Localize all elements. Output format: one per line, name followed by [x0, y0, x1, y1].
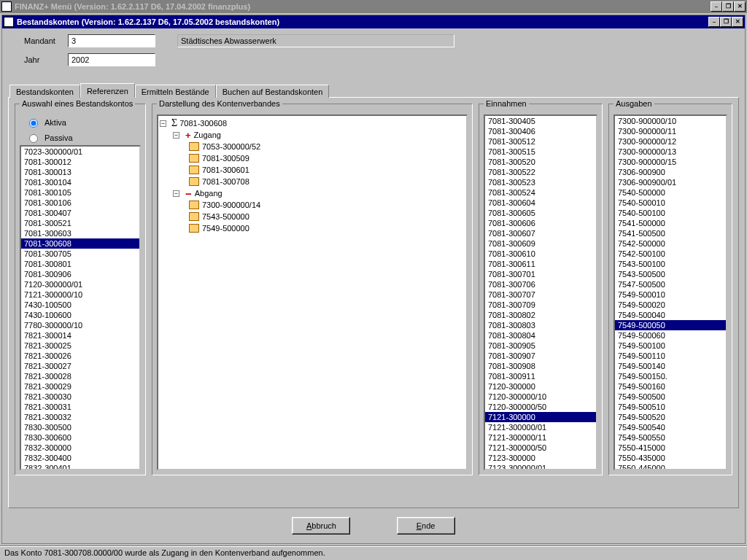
abbruch-button[interactable]: Abbruch [292, 517, 350, 534]
tree-node[interactable]: 7549-500000 [160, 222, 465, 234]
list-item[interactable]: 7542-500000 [615, 238, 726, 249]
list-item[interactable]: 7081-300405 [485, 116, 596, 126]
list-item[interactable]: 7081-300609 [485, 238, 596, 249]
list-item[interactable]: 7549-500010 [615, 289, 726, 300]
maximize-button[interactable]: ❐ [722, 1, 734, 12]
list-item[interactable]: 7081-300606 [485, 218, 596, 228]
list-item[interactable]: 7549-500540 [615, 422, 726, 432]
list-item[interactable]: 7549-500110 [615, 351, 726, 361]
list-item[interactable]: 7549-500060 [615, 330, 726, 341]
list-item[interactable]: 7821-300014 [21, 330, 139, 341]
list-item[interactable]: 7300-900000/11 [615, 126, 726, 136]
list-item[interactable]: 7549-500100 [615, 341, 726, 351]
list-item[interactable]: 7081-300707 [485, 289, 596, 300]
list-item[interactable]: 7821-300028 [21, 371, 139, 381]
tree-node[interactable]: 7081-300509 [160, 152, 465, 164]
list-item[interactable]: 7120-300000/10 [485, 392, 596, 402]
tree-view[interactable]: −Σ 7081-300608−+ Zugang 7053-300000/52 7… [157, 114, 468, 470]
list-item[interactable]: 7023-300000/01 [21, 147, 139, 157]
list-item[interactable]: 7549-500550 [615, 432, 726, 443]
list-item[interactable]: 7549-500520 [615, 412, 726, 422]
list-item[interactable]: 7081-300515 [485, 147, 596, 157]
list-item[interactable]: 7081-300106 [21, 198, 139, 208]
list-item[interactable]: 7081-300520 [485, 157, 596, 167]
list-item[interactable]: 7081-300521 [21, 218, 139, 228]
list-item[interactable]: 7081-300407 [21, 208, 139, 218]
list-item[interactable]: 7549-500510 [615, 402, 726, 412]
list-item[interactable]: 7832-300401 [21, 463, 139, 470]
tab-1[interactable]: Referenzen [80, 83, 135, 98]
list-item[interactable]: 7549-500040 [615, 310, 726, 320]
tab-3[interactable]: Buchen auf Bestandskonten [216, 85, 330, 98]
list-item[interactable]: 7300-900000/15 [615, 157, 726, 167]
list-item[interactable]: 7540-500100 [615, 208, 726, 218]
child-close-button[interactable]: ✕ [732, 17, 743, 27]
list-item[interactable]: 7549-500150. [615, 371, 726, 381]
list-item[interactable]: 7300-900000/13 [615, 147, 726, 157]
list-item[interactable]: 7081-300524 [485, 187, 596, 198]
einnahmen-listbox[interactable]: 7081-3004057081-3004067081-3005127081-30… [484, 114, 597, 470]
list-item[interactable]: 7121-300000/50 [485, 443, 596, 453]
list-item[interactable]: 7123-300000 [485, 453, 596, 463]
tree-node[interactable]: −− Abgang [160, 187, 465, 199]
list-item[interactable]: 7081-300013 [21, 167, 139, 177]
list-item[interactable]: 7121-300000/10 [21, 289, 139, 300]
list-item[interactable]: 7081-300706 [485, 279, 596, 289]
list-item[interactable]: 7081-300105 [21, 187, 139, 198]
list-item[interactable]: 7821-300032 [21, 412, 139, 422]
list-item[interactable]: 7120-300000/50 [485, 402, 596, 412]
list-item[interactable]: 7081-300611 [485, 259, 596, 269]
list-item[interactable]: 7081-300908 [485, 361, 596, 371]
list-item[interactable]: 7832-300000 [21, 443, 139, 453]
list-item[interactable]: 7123-300000/01 [485, 463, 596, 470]
list-item[interactable]: 7121-300000/11 [485, 432, 596, 443]
list-item[interactable]: 7081-300801 [21, 259, 139, 269]
list-item[interactable]: 7543-500500 [615, 269, 726, 279]
jahr-input[interactable] [68, 53, 155, 66]
list-item[interactable]: 7120-300000/01 [21, 279, 139, 289]
list-item[interactable]: 7430-100500 [21, 300, 139, 310]
tree-node[interactable]: 7053-300000/52 [160, 141, 465, 152]
list-item[interactable]: 7830-300600 [21, 432, 139, 443]
list-item[interactable]: 7832-300400 [21, 453, 139, 463]
list-item[interactable]: 7549-500020 [615, 300, 726, 310]
list-item[interactable]: 7549-500140 [615, 361, 726, 371]
auswahl-listbox[interactable]: 7023-300000/017081-3000127081-3000137081… [20, 145, 141, 470]
list-item[interactable]: 7543-500100 [615, 259, 726, 269]
list-item[interactable]: 7081-300012 [21, 157, 139, 167]
list-item[interactable]: 7081-300802 [485, 310, 596, 320]
list-item[interactable]: 7081-300911 [485, 371, 596, 381]
list-item[interactable]: 7547-500500 [615, 279, 726, 289]
child-maximize-button[interactable]: ❐ [720, 17, 732, 27]
collapse-icon[interactable]: − [173, 132, 179, 139]
mandant-input[interactable] [68, 34, 155, 47]
list-item[interactable]: 7081-300406 [485, 126, 596, 136]
list-item[interactable]: 7081-300709 [485, 300, 596, 310]
list-item[interactable]: 7821-300030 [21, 392, 139, 402]
list-item[interactable]: 7780-300000/10 [21, 320, 139, 330]
list-item[interactable]: 7300-900000/10 [615, 116, 726, 126]
ausgaben-listbox[interactable]: 7300-900000/107300-900000/117300-900000/… [614, 114, 727, 470]
tab-2[interactable]: Ermitteln Bestände [135, 85, 216, 98]
list-item[interactable]: 7306-900900/01 [615, 177, 726, 187]
list-item[interactable]: 7821-300031 [21, 402, 139, 412]
list-item[interactable]: 7549-500160 [615, 381, 726, 392]
list-item[interactable]: 7550-435000 [615, 453, 726, 463]
tab-0[interactable]: Bestandskonten [9, 85, 80, 98]
list-item[interactable]: 7081-300701 [485, 269, 596, 279]
list-item[interactable]: 7081-300603 [21, 228, 139, 238]
list-item[interactable]: 7081-300803 [485, 320, 596, 330]
list-item[interactable]: 7081-300804 [485, 330, 596, 341]
tree-node[interactable]: 7300-900000/14 [160, 199, 465, 211]
list-item[interactable]: 7550-415000 [615, 443, 726, 453]
list-item[interactable]: 7081-300512 [485, 136, 596, 147]
radio-passiva[interactable]: Passiva [26, 132, 135, 143]
list-item[interactable]: 7081-300610 [485, 249, 596, 259]
list-item[interactable]: 7081-300705 [21, 249, 139, 259]
outer-titlebar[interactable]: FINANZ+ Menü (Version: 1.62.2.117 D6, 17… [0, 0, 747, 13]
tree-node[interactable]: 7543-500000 [160, 211, 465, 222]
list-item[interactable]: 7821-300027 [21, 361, 139, 371]
list-item[interactable]: 7300-900000/12 [615, 136, 726, 147]
list-item[interactable]: 7550-445000 [615, 463, 726, 470]
tree-node[interactable]: −+ Zugang [160, 129, 465, 141]
